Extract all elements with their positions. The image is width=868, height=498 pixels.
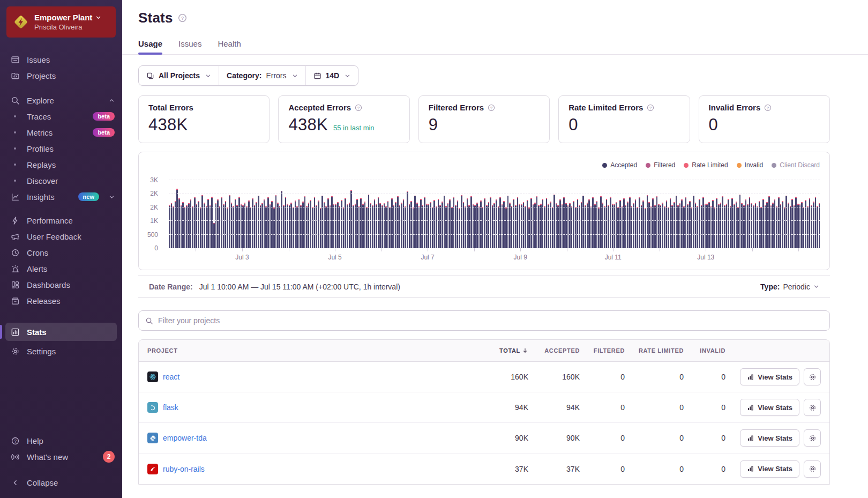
chart-bar[interactable]: [505, 180, 507, 248]
sidebar-item-crons[interactable]: Crons: [0, 244, 122, 261]
chart-bar[interactable]: [341, 180, 342, 248]
chart-bar[interactable]: [677, 180, 679, 248]
chart-bar[interactable]: [350, 180, 352, 248]
chart-bar[interactable]: [625, 180, 627, 248]
chart-bar[interactable]: [612, 180, 613, 248]
chart-bar[interactable]: [552, 180, 553, 248]
chart-bar[interactable]: [387, 180, 389, 248]
chart-bar[interactable]: [679, 180, 681, 248]
chart-bar[interactable]: [455, 180, 457, 248]
chart-bar[interactable]: [325, 180, 327, 248]
chart-bar[interactable]: [745, 180, 747, 248]
chart-bar[interactable]: [807, 180, 809, 248]
chart-bar[interactable]: [502, 180, 503, 248]
chart-bar[interactable]: [498, 180, 499, 248]
chart-bar[interactable]: [182, 180, 184, 248]
chart-bar[interactable]: [360, 180, 362, 248]
chart-bar[interactable]: [575, 180, 577, 248]
sidebar-collapse-button[interactable]: Collapse: [0, 474, 122, 490]
chart-bar[interactable]: [207, 180, 209, 248]
chart-bar[interactable]: [444, 180, 445, 248]
column-header-filtered[interactable]: FILTERED: [580, 347, 625, 354]
chart-bar[interactable]: [381, 180, 383, 248]
chart-bar[interactable]: [499, 180, 501, 248]
chart-bar[interactable]: [281, 180, 282, 248]
chart-bar[interactable]: [200, 180, 201, 248]
chart-bar[interactable]: [637, 180, 638, 248]
sidebar-item-releases[interactable]: Releases: [0, 293, 122, 309]
chart-bar[interactable]: [379, 180, 381, 248]
chart-bar[interactable]: [474, 180, 476, 248]
chart-bar[interactable]: [801, 180, 803, 248]
chart-bar[interactable]: [480, 180, 482, 248]
chart-bar[interactable]: [465, 180, 466, 248]
chart-bar[interactable]: [674, 180, 675, 248]
chart-bar[interactable]: [768, 180, 770, 248]
chart-bar[interactable]: [217, 180, 219, 248]
chart-bar[interactable]: [720, 180, 722, 248]
project-settings-button[interactable]: [804, 460, 821, 478]
chart-bar[interactable]: [223, 180, 225, 248]
chart-bar[interactable]: [726, 180, 728, 248]
chart-bar[interactable]: [312, 180, 313, 248]
search-input[interactable]: [158, 316, 823, 325]
chart-bar[interactable]: [642, 180, 644, 248]
chart-bar[interactable]: [296, 180, 298, 248]
chart-bar[interactable]: [540, 180, 542, 248]
chart-bar[interactable]: [666, 180, 668, 248]
chart-bar[interactable]: [691, 180, 693, 248]
chart-bar[interactable]: [261, 180, 263, 248]
chart-bar[interactable]: [358, 180, 360, 248]
chart-bar[interactable]: [728, 180, 729, 248]
chart-bar[interactable]: [283, 180, 285, 248]
chart-bar[interactable]: [265, 180, 267, 248]
chart-bar[interactable]: [201, 180, 203, 248]
chart-bar[interactable]: [693, 180, 694, 248]
chart-bar[interactable]: [695, 180, 697, 248]
chart-bar[interactable]: [178, 180, 180, 248]
chart-bar[interactable]: [186, 180, 188, 248]
chart-bar[interactable]: [573, 180, 574, 248]
chart-bar[interactable]: [803, 180, 805, 248]
chart-bar[interactable]: [656, 180, 658, 248]
sidebar-item-settings[interactable]: Settings: [0, 343, 122, 359]
chart-bar[interactable]: [289, 180, 290, 248]
column-header-rate-limited[interactable]: RATE LIMITED: [625, 347, 684, 354]
help-circle-icon[interactable]: ?: [764, 104, 772, 112]
chart-bar[interactable]: [697, 180, 698, 248]
legend-item-accepted[interactable]: Accepted: [602, 161, 637, 169]
chart-bar[interactable]: [401, 180, 402, 248]
chart-bar[interactable]: [567, 180, 569, 248]
chart-bar[interactable]: [645, 180, 646, 248]
sidebar-item-profiles[interactable]: Profiles: [0, 140, 122, 157]
chart-bar[interactable]: [766, 180, 768, 248]
chart-bar[interactable]: [347, 180, 348, 248]
chart-bar[interactable]: [353, 180, 354, 248]
chart-bar[interactable]: [192, 180, 193, 248]
view-stats-button[interactable]: View Stats: [740, 399, 799, 416]
chart-bar[interactable]: [753, 180, 754, 248]
chart-bar[interactable]: [536, 180, 538, 248]
chart-bar[interactable]: [405, 180, 406, 248]
chart-bar[interactable]: [596, 180, 598, 248]
project-settings-button[interactable]: [804, 429, 821, 447]
chart-bar[interactable]: [706, 180, 708, 248]
sidebar-item-stats[interactable]: Stats: [5, 323, 117, 341]
chart-bar[interactable]: [515, 180, 517, 248]
chart-bar[interactable]: [211, 180, 213, 248]
sidebar-item-insights[interactable]: Insights new: [0, 189, 122, 205]
chart-bar[interactable]: [457, 180, 459, 248]
chart-bar[interactable]: [579, 180, 580, 248]
chart-bar[interactable]: [604, 180, 605, 248]
chart-bar[interactable]: [546, 180, 548, 248]
sidebar-item-alerts[interactable]: Alerts: [0, 261, 122, 277]
chart-bar[interactable]: [231, 180, 233, 248]
legend-item-invalid[interactable]: Invalid: [737, 161, 764, 169]
sidebar-item-traces[interactable]: Traces beta: [0, 108, 122, 124]
chart-bar[interactable]: [196, 180, 198, 248]
project-settings-button[interactable]: [804, 399, 821, 416]
sidebar-item-discover[interactable]: Discover: [0, 173, 122, 189]
chart-bar[interactable]: [739, 180, 741, 248]
chart-bar[interactable]: [776, 180, 777, 248]
chart-bar[interactable]: [662, 180, 663, 248]
